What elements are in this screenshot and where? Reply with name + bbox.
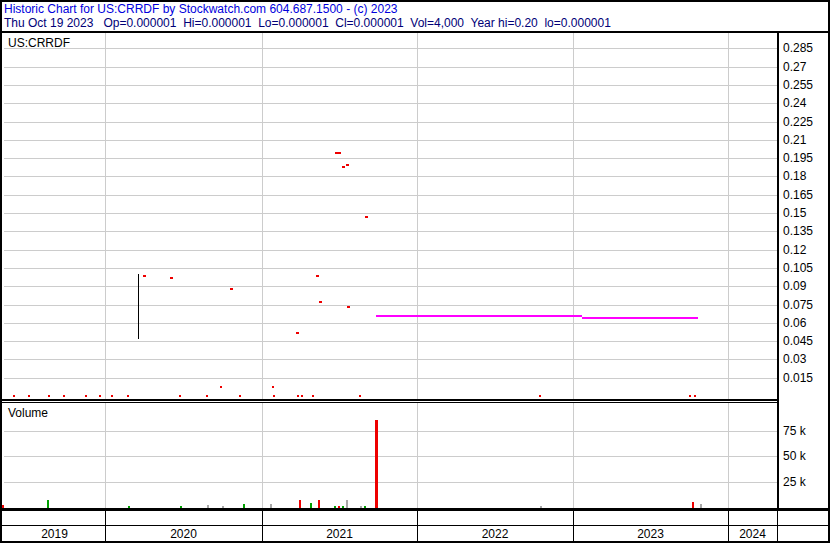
grid-line-h <box>4 195 777 196</box>
price-axis-label: 0.105 <box>783 261 827 275</box>
price-dot <box>239 395 241 397</box>
price-axis-label: 0.045 <box>783 334 827 348</box>
price-axis-label: 0.27 <box>783 60 827 74</box>
grid-line-h <box>4 305 777 306</box>
header-divider <box>0 31 830 33</box>
grid-line-h <box>4 176 777 177</box>
scale-row-divider <box>105 511 106 525</box>
price-dot <box>539 395 541 397</box>
price-axis-label: 0.24 <box>783 96 827 110</box>
year-label: 2021 <box>262 527 417 541</box>
price-dot <box>319 301 322 303</box>
price-dot <box>99 395 101 397</box>
grid-line-v <box>105 33 106 399</box>
price-dot <box>296 332 299 334</box>
volume-bar <box>270 504 272 508</box>
price-axis-label: 0.21 <box>783 133 827 147</box>
price-dot <box>220 386 222 388</box>
historic-chart-window: Historic Chart for US:CRRDF by Stockwatc… <box>0 0 830 543</box>
price-dot <box>346 164 349 166</box>
price-dot <box>316 275 319 277</box>
grid-line-h <box>4 286 777 287</box>
grid-line-h <box>4 341 777 342</box>
scale-row-divider <box>777 511 778 525</box>
price-dot <box>28 395 30 397</box>
grid-line-h <box>4 213 777 214</box>
price-axis-label: 0.075 <box>783 298 827 312</box>
volume-label: Volume <box>8 406 48 420</box>
grid-line-h <box>4 378 777 379</box>
volume-bar <box>342 506 344 508</box>
volume-bar <box>338 506 340 508</box>
volume-bar <box>222 506 224 508</box>
price-dot <box>312 395 314 397</box>
price-axis-label: 0.09 <box>783 279 827 293</box>
grid-line-v <box>573 33 574 399</box>
grid-line-h <box>4 359 777 360</box>
grid-line-v <box>417 33 418 399</box>
volume-axis-label: 75 k <box>783 424 827 438</box>
price-dot <box>694 395 696 397</box>
price-dot <box>297 395 299 397</box>
close-price-line <box>582 317 698 319</box>
price-dot <box>111 395 113 397</box>
price-dot <box>63 395 65 397</box>
year-label: 2024 <box>728 527 777 541</box>
price-axis-label: 0.135 <box>783 224 827 238</box>
price-dot <box>13 395 15 397</box>
grid-line-h <box>4 231 777 232</box>
volume-bar <box>243 504 245 508</box>
hilo-range-bar <box>138 274 139 339</box>
price-axis-label: 0.18 <box>783 169 827 183</box>
price-dot <box>127 395 129 397</box>
price-axis-label: 0.03 <box>783 352 827 366</box>
price-axis-label: 0.195 <box>783 151 827 165</box>
year-label: 2023 <box>573 527 728 541</box>
price-dot <box>273 395 275 397</box>
panel-divider-thin <box>2 402 779 403</box>
price-axis-label: 0.15 <box>783 206 827 220</box>
price-dot <box>272 386 274 388</box>
grid-line-h <box>4 456 777 457</box>
volume-bar <box>540 506 542 508</box>
grid-line-h <box>4 482 777 483</box>
price-axis-label: 0.015 <box>783 371 827 385</box>
price-dot <box>206 395 208 397</box>
price-dot <box>365 216 368 218</box>
volume-bar <box>375 420 378 508</box>
volume-bar <box>692 502 694 508</box>
volume-bar <box>700 504 702 508</box>
price-dot <box>301 395 303 397</box>
price-axis-label: 0.255 <box>783 78 827 92</box>
volume-bar <box>180 506 182 508</box>
scale-row-divider <box>728 511 729 525</box>
volume-bar <box>346 500 348 508</box>
price-dot <box>143 275 146 277</box>
scale-row-divider <box>262 511 263 525</box>
grid-line-v <box>262 33 263 399</box>
price-dot <box>347 306 350 308</box>
price-axis-label: 0.225 <box>783 115 827 129</box>
price-dot <box>689 395 691 397</box>
price-dot <box>48 395 50 397</box>
scale-row-divider <box>417 511 418 525</box>
price-axis-border <box>777 33 779 511</box>
volume-axis-label: 25 k <box>783 475 827 489</box>
price-dot <box>85 395 87 397</box>
grid-line-h <box>4 250 777 251</box>
volume-bar <box>207 505 209 508</box>
grid-line-h <box>4 158 777 159</box>
price-dot <box>230 288 233 290</box>
year-label: 2020 <box>105 527 262 541</box>
grid-line-h <box>4 67 777 68</box>
grid-line-h <box>4 122 777 123</box>
volume-bar <box>360 506 362 508</box>
volume-bar <box>47 500 49 508</box>
scale-row-divider <box>573 511 574 525</box>
volume-axis-label: 50 k <box>783 449 827 463</box>
price-axis-label: 0.285 <box>783 41 827 55</box>
price-dot <box>342 166 345 168</box>
volume-bar <box>318 500 320 508</box>
volume-bar <box>334 506 336 508</box>
chart-title: Historic Chart for US:CRRDF by Stockwatc… <box>4 2 397 16</box>
